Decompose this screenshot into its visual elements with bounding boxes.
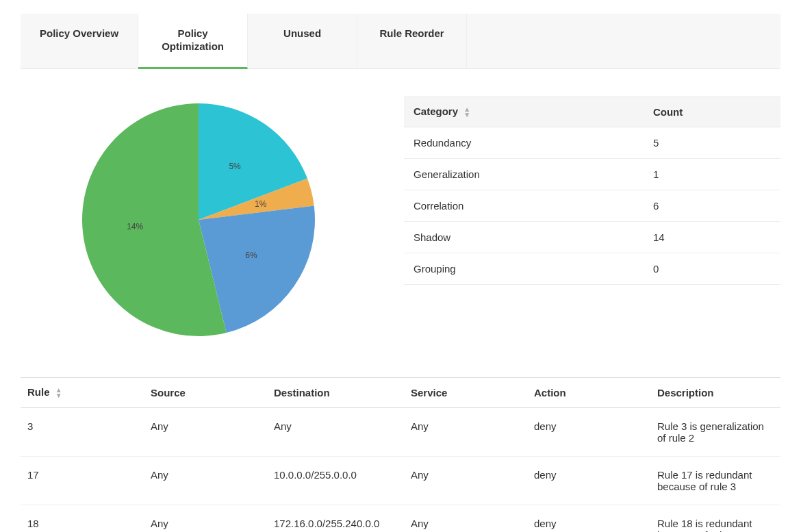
destination-cell: 10.0.0.0/255.0.0.0 <box>267 456 404 505</box>
table-row[interactable]: 18Any172.16.0.0/255.240.0.0AnydenyRule 1… <box>21 505 780 532</box>
rules-header-description[interactable]: Description <box>650 377 780 407</box>
pie-slice-label: 14% <box>127 222 143 231</box>
sort-icon[interactable] <box>55 387 62 399</box>
tab-unused[interactable]: Unused <box>248 14 357 68</box>
rule-cell: 17 <box>21 456 144 505</box>
service-cell: Any <box>404 407 527 456</box>
table-row[interactable]: Grouping0 <box>404 253 780 284</box>
table-row[interactable]: 3AnyAnyAnydenyRule 3 is generalization o… <box>21 407 780 456</box>
destination-cell: Any <box>267 407 404 456</box>
tab-policy-overview[interactable]: Policy Overview <box>21 14 138 68</box>
tabs: Policy OverviewPolicyOptimizationUnusedR… <box>21 14 780 69</box>
source-cell: Any <box>144 456 267 505</box>
action-cell: deny <box>527 505 650 532</box>
service-cell: Any <box>404 456 527 505</box>
rule-cell: 3 <box>21 407 144 456</box>
action-cell: deny <box>527 456 650 505</box>
tab-policy-optimization[interactable]: PolicyOptimization <box>138 14 248 69</box>
category-header-category[interactable]: Category <box>404 97 644 127</box>
rule-cell: 18 <box>21 505 144 532</box>
count-cell: 14 <box>644 221 780 253</box>
description-cell: Rule 17 is redundant because of rule 3 <box>650 456 780 505</box>
source-cell: Any <box>144 407 267 456</box>
count-cell: 5 <box>644 127 780 158</box>
description-cell: Rule 18 is redundant because of rule 3 <box>650 505 780 532</box>
table-row[interactable]: Generalization1 <box>404 158 780 190</box>
rules-header-rule[interactable]: Rule <box>21 377 144 407</box>
description-cell: Rule 3 is generalization of rule 2 <box>650 407 780 456</box>
pie-slice-label: 5% <box>229 162 241 171</box>
count-cell: 1 <box>644 158 780 190</box>
category-cell: Generalization <box>404 158 644 190</box>
rules-header-destination[interactable]: Destination <box>267 377 404 407</box>
category-cell: Redundancy <box>404 127 644 158</box>
category-cell: Correlation <box>404 190 644 221</box>
category-cell: Shadow <box>404 221 644 253</box>
tab-rule-reorder[interactable]: Rule Reorder <box>357 14 467 68</box>
table-row[interactable]: 17Any10.0.0.0/255.0.0.0AnydenyRule 17 is… <box>21 456 780 505</box>
sort-icon[interactable] <box>463 106 470 118</box>
category-table: Category Count Redundancy5Generalization… <box>404 97 780 285</box>
count-cell: 0 <box>644 253 780 284</box>
service-cell: Any <box>404 505 527 532</box>
pie-chart: 5%1%6%14% <box>21 97 377 343</box>
pie-slice-label: 6% <box>245 251 257 260</box>
category-header-count[interactable]: Count <box>644 97 780 127</box>
rules-header-service[interactable]: Service <box>404 377 527 407</box>
pie-slice-label: 1% <box>255 199 267 208</box>
table-row[interactable]: Redundancy5 <box>404 127 780 158</box>
destination-cell: 172.16.0.0/255.240.0.0 <box>267 505 404 532</box>
action-cell: deny <box>527 407 650 456</box>
rules-table: Rule Source Destination Service Action D… <box>21 377 780 533</box>
category-cell: Grouping <box>404 253 644 284</box>
source-cell: Any <box>144 505 267 532</box>
table-row[interactable]: Correlation6 <box>404 190 780 221</box>
rules-header-action[interactable]: Action <box>527 377 650 407</box>
rules-header-source[interactable]: Source <box>144 377 267 407</box>
count-cell: 6 <box>644 190 780 221</box>
table-row[interactable]: Shadow14 <box>404 221 780 253</box>
